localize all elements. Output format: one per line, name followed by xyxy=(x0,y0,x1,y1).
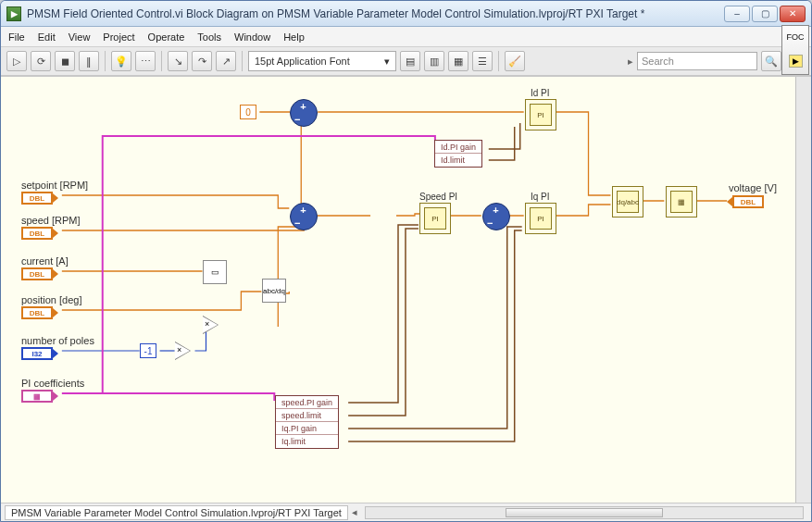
titlebar: ▶ PMSM Field Oriented Control.vi Block D… xyxy=(1,1,811,27)
block-diagram-canvas[interactable]: setpoint [RPM] DBL speed [RPM] DBL curre… xyxy=(1,77,795,503)
statusbar: PMSM Variable Parameter Model Control Si… xyxy=(1,503,811,521)
cleanup-button[interactable]: 🧹 xyxy=(505,51,525,71)
menu-operate[interactable]: Operate xyxy=(148,31,185,43)
unbundle-iq-gain: Iq.PI gain xyxy=(276,422,338,435)
terminal-current[interactable]: DBL xyxy=(21,267,53,280)
unbundle-id-gain: Id.PI gain xyxy=(435,141,481,154)
menu-tools[interactable]: Tools xyxy=(197,31,221,43)
resize-button[interactable]: ▦ xyxy=(448,51,468,71)
menu-edit[interactable]: Edit xyxy=(38,31,56,43)
vi-icon-bot: ▶ xyxy=(789,55,803,68)
menu-view[interactable]: View xyxy=(69,31,91,43)
sum-id[interactable]: +− xyxy=(290,99,318,127)
subvi-speed-pi[interactable]: PI xyxy=(419,203,451,234)
status-path[interactable]: PMSM Variable Parameter Model Control Si… xyxy=(5,505,348,520)
menubar: File Edit View Project Operate Tools Win… xyxy=(1,27,811,47)
unbundle-iq-limit: Iq.limit xyxy=(276,435,338,448)
sum-iq[interactable]: +− xyxy=(482,203,510,230)
highlight-button[interactable]: 💡 xyxy=(111,51,131,71)
label-current: current [A] xyxy=(21,255,69,267)
subvi-dq-abc[interactable]: dq/abc xyxy=(612,186,643,218)
unbundle-main[interactable]: speed.PI gain speed.limit Iq.PI gain Iq.… xyxy=(275,395,339,449)
terminal-poles[interactable]: I32 xyxy=(21,347,53,360)
menu-window[interactable]: Window xyxy=(234,31,270,43)
maximize-button[interactable]: ▢ xyxy=(752,6,778,22)
close-button[interactable]: ✕ xyxy=(780,6,806,22)
sum-speed[interactable]: +− xyxy=(290,203,318,230)
align-button[interactable]: ▤ xyxy=(400,51,420,71)
step-out-button[interactable]: ↗ xyxy=(216,51,236,71)
font-label: 15pt Application Font xyxy=(255,56,350,67)
menu-file[interactable]: File xyxy=(8,31,25,43)
menu-project[interactable]: Project xyxy=(103,31,134,43)
terminal-pi-coeff[interactable]: ▦ xyxy=(21,390,53,403)
vi-icon-top: FOC xyxy=(787,32,805,42)
unbundle-id-limit: Id.limit xyxy=(435,154,481,167)
search-button[interactable]: 🔍 xyxy=(761,51,781,71)
step-over-button[interactable]: ↷ xyxy=(192,51,212,71)
mul-node-2[interactable]: × xyxy=(205,319,209,329)
menu-help[interactable]: Help xyxy=(283,31,305,43)
unbundle-speed-gain: speed.PI gain xyxy=(276,396,338,409)
search-input[interactable]: Search xyxy=(637,52,757,70)
const-zero[interactable]: 0 xyxy=(240,105,256,119)
label-id-pi: Id PI xyxy=(531,88,550,98)
terminal-voltage[interactable]: DBL xyxy=(732,195,764,208)
label-pi-coeff: PI coefficients xyxy=(21,378,84,389)
run-button[interactable]: ▷ xyxy=(6,51,27,71)
run-cont-button[interactable]: ⟳ xyxy=(31,51,51,71)
build-array-node[interactable]: ▭ xyxy=(203,260,227,284)
terminal-position[interactable]: DBL xyxy=(21,306,53,319)
step-into-button[interactable]: ↘ xyxy=(168,51,188,71)
subvi-id-pi[interactable]: PI xyxy=(525,99,556,130)
window-title: PMSM Field Oriented Control.vi Block Dia… xyxy=(27,7,724,20)
stop-button[interactable]: ◼ xyxy=(55,51,75,71)
retain-button[interactable]: ⋯ xyxy=(135,51,156,71)
abc-dq-node[interactable]: abc/dq xyxy=(262,279,286,303)
reorder-button[interactable]: ☰ xyxy=(472,51,493,71)
label-speed: speed [RPM] xyxy=(21,215,81,226)
label-iq-pi: Iq PI xyxy=(531,192,550,202)
vertical-scrollbar[interactable] xyxy=(795,77,811,503)
label-position: position [deg] xyxy=(21,294,81,305)
terminal-speed[interactable]: DBL xyxy=(21,227,53,240)
label-setpoint: setpoint [RPM] xyxy=(21,180,88,191)
subvi-iq-pi[interactable]: PI xyxy=(525,203,556,234)
search-chevron-icon[interactable]: ▸ xyxy=(628,56,633,68)
label-speed-pi: Speed PI xyxy=(419,192,457,202)
toolbar: ▷ ⟳ ◼ ‖ 💡 ⋯ ↘ ↷ ↗ 15pt Application Font … xyxy=(1,47,811,77)
unbundle-id[interactable]: Id.PI gain Id.limit xyxy=(434,140,482,168)
label-voltage: voltage [V] xyxy=(729,182,777,193)
horizontal-scrollbar[interactable] xyxy=(365,506,804,519)
pause-button[interactable]: ‖ xyxy=(79,51,99,71)
chevron-left-icon[interactable]: ◂ xyxy=(352,506,357,518)
font-selector[interactable]: 15pt Application Font ▾ xyxy=(248,51,396,71)
app-icon: ▶ xyxy=(6,6,21,21)
app-window: ▶ PMSM Field Oriented Control.vi Block D… xyxy=(0,0,812,522)
mul-node-1[interactable]: × xyxy=(177,345,181,354)
distribute-button[interactable]: ▥ xyxy=(424,51,444,71)
label-poles: number of poles xyxy=(21,335,94,346)
chevron-down-icon: ▾ xyxy=(384,56,390,68)
minimize-button[interactable]: – xyxy=(724,6,750,22)
const-neg1[interactable]: -1 xyxy=(140,343,156,358)
terminal-setpoint[interactable]: DBL xyxy=(21,192,53,205)
vi-icon-panel[interactable]: FOC ▶ xyxy=(781,25,809,75)
subvi-output[interactable]: ▦ xyxy=(666,186,697,218)
unbundle-speed-limit: speed.limit xyxy=(276,409,338,422)
